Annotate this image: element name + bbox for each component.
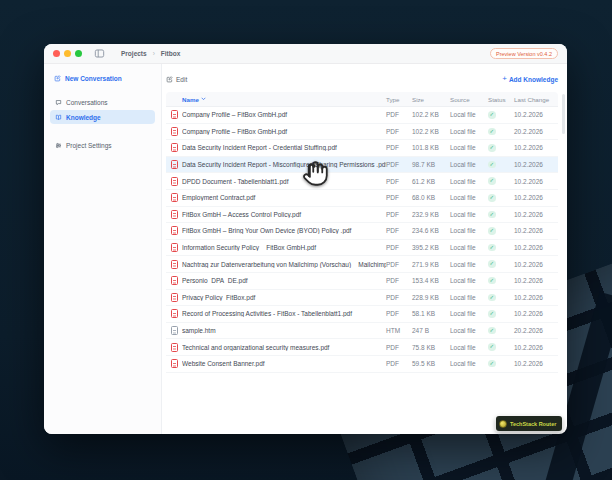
column-header-last-change[interactable]: Last Change <box>514 96 553 103</box>
status-cell: ✓ <box>488 294 514 302</box>
table-row[interactable]: Record of Processing Activities - FitBox… <box>166 306 558 323</box>
status-cell: ✓ <box>488 111 514 119</box>
file-source: Local file <box>450 144 488 151</box>
file-type: PDF <box>386 344 412 351</box>
scrollbar-thumb[interactable] <box>562 94 565 134</box>
edit-button[interactable]: Edit <box>166 76 187 83</box>
file-type: PDF <box>386 277 412 284</box>
status-cell: ✓ <box>488 310 514 318</box>
table-row[interactable]: Company Profile – FitBox GmbH.pdfPDF102.… <box>166 107 558 124</box>
last-change: 10.2.2026 <box>514 194 553 201</box>
table-row[interactable]: DPDD Document - Tabellenblatt1.pdfPDF61.… <box>166 173 558 190</box>
file-type: PDF <box>386 294 412 301</box>
breadcrumb: Projects › Fitbox <box>121 50 180 57</box>
pdf-file-icon <box>171 359 178 368</box>
table-row[interactable]: Personio_DPA_DE.pdfPDF153.4 KBLocal file… <box>166 273 558 290</box>
techstack-label: TechStack Router <box>510 421 556 427</box>
status-ok-icon: ✓ <box>488 211 496 219</box>
file-size: 58.1 KB <box>412 310 450 317</box>
last-change: 10.2.2026 <box>514 161 553 168</box>
status-ok-icon: ✓ <box>488 144 496 152</box>
status-cell: ✓ <box>488 327 514 335</box>
table-row[interactable]: FitBox GmbH – Bring Your Own Device (BYO… <box>166 223 558 240</box>
file-source: Local file <box>450 327 488 334</box>
table-row[interactable]: FitBox GmbH – Access Control Policy.pdfP… <box>166 207 558 224</box>
techstack-router-badge[interactable]: TechStack Router <box>496 416 562 431</box>
table-row[interactable]: Data Security Incident Report - Credenti… <box>166 140 558 157</box>
file-name: Employment Contract.pdf <box>182 194 386 201</box>
file-source: Local file <box>450 344 488 351</box>
html-file-icon <box>171 326 178 335</box>
file-type: PDF <box>386 360 412 367</box>
sidebar-item-label: Project Settings <box>66 142 112 149</box>
file-type: HTM <box>386 327 412 334</box>
file-name: Data Security Incident Report - Credenti… <box>182 144 386 151</box>
sidebar-item-label: Conversations <box>66 99 108 106</box>
close-button[interactable] <box>53 50 60 57</box>
table-row[interactable]: sample.htmHTM247 BLocal file✓20.2.2026 <box>166 323 558 340</box>
file-source: Local file <box>450 128 488 135</box>
last-change: 10.2.2026 <box>514 294 553 301</box>
table-row[interactable]: Information Security Policy _ FitBox Gmb… <box>166 240 558 257</box>
file-type: PDF <box>386 161 412 168</box>
file-size: 232.9 KB <box>412 211 450 218</box>
file-name: FitBox GmbH – Access Control Policy.pdf <box>182 211 386 218</box>
table-row[interactable]: Website Consent Banner.pdfPDF59.5 KBLoca… <box>166 356 558 373</box>
status-cell: ✓ <box>488 144 514 152</box>
status-cell: ✓ <box>488 211 514 219</box>
pdf-file-icon <box>171 293 178 302</box>
add-knowledge-button[interactable]: + Add Knowledge <box>502 76 558 83</box>
compose-icon <box>54 75 61 82</box>
pdf-file-icon <box>171 210 178 219</box>
status-cell: ✓ <box>488 227 514 235</box>
sidebar-item-conversations[interactable]: Conversations <box>50 95 155 109</box>
breadcrumb-project-name[interactable]: Fitbox <box>161 50 181 57</box>
pdf-file-icon <box>171 343 178 352</box>
table-row[interactable]: Data Security Incident Report - Misconfi… <box>166 157 558 174</box>
zoom-button[interactable] <box>75 50 82 57</box>
column-label-name: Name <box>182 96 199 103</box>
pdf-file-icon <box>171 127 178 136</box>
status-cell: ✓ <box>488 260 514 268</box>
file-name: Nachtrag zur Datenverarbeitung von Mailc… <box>182 261 386 268</box>
column-header-status[interactable]: Status <box>488 96 514 103</box>
sidebar-item-project-settings[interactable]: Project Settings <box>50 138 155 152</box>
column-header-source[interactable]: Source <box>450 96 488 103</box>
last-change: 10.2.2026 <box>514 277 553 284</box>
status-cell: ✓ <box>488 177 514 185</box>
file-type: PDF <box>386 194 412 201</box>
status-ok-icon: ✓ <box>488 161 496 169</box>
sidebar-toggle-icon[interactable] <box>94 49 105 58</box>
file-size: 75.8 KB <box>412 344 450 351</box>
table-body: Company Profile – FitBox GmbH.pdfPDF102.… <box>166 107 558 373</box>
column-header-type[interactable]: Type <box>386 96 412 103</box>
file-source: Local file <box>450 310 488 317</box>
column-header-name[interactable]: Name <box>182 96 386 103</box>
sidebar: New Conversation ConversationsKnowledgeP… <box>44 64 162 434</box>
file-type: PDF <box>386 111 412 118</box>
pdf-file-icon <box>171 226 178 235</box>
column-header-size[interactable]: Size <box>412 96 450 103</box>
table-row[interactable]: Privacy Policy_FitBox.pdfPDF228.9 KBLoca… <box>166 290 558 307</box>
file-size: 271.9 KB <box>412 261 450 268</box>
last-change: 20.2.2026 <box>514 128 553 135</box>
last-change: 10.2.2026 <box>514 244 553 251</box>
file-source: Local file <box>450 360 488 367</box>
table-row[interactable]: Nachtrag zur Datenverarbeitung von Mailc… <box>166 256 558 273</box>
table-row[interactable]: Technical and organizational security me… <box>166 339 558 356</box>
file-name: Information Security Policy _ FitBox Gmb… <box>182 244 386 251</box>
status-ok-icon: ✓ <box>488 128 496 136</box>
file-source: Local file <box>450 111 488 118</box>
techstack-logo-icon <box>499 420 507 428</box>
status-cell: ✓ <box>488 244 514 252</box>
breadcrumb-projects[interactable]: Projects <box>121 50 147 57</box>
table-row[interactable]: Company Profile – FitBox GmbH.pdfPDF102.… <box>166 124 558 141</box>
version-badge: Preview Version v0.4.2 <box>490 48 558 59</box>
table-row[interactable]: Employment Contract.pdfPDF68.0 KBLocal f… <box>166 190 558 207</box>
sliders-icon <box>55 142 62 149</box>
new-conversation-button[interactable]: New Conversation <box>50 72 155 85</box>
sidebar-item-knowledge[interactable]: Knowledge <box>50 110 155 124</box>
minimize-button[interactable] <box>64 50 71 57</box>
file-source: Local file <box>450 161 488 168</box>
file-size: 68.0 KB <box>412 194 450 201</box>
